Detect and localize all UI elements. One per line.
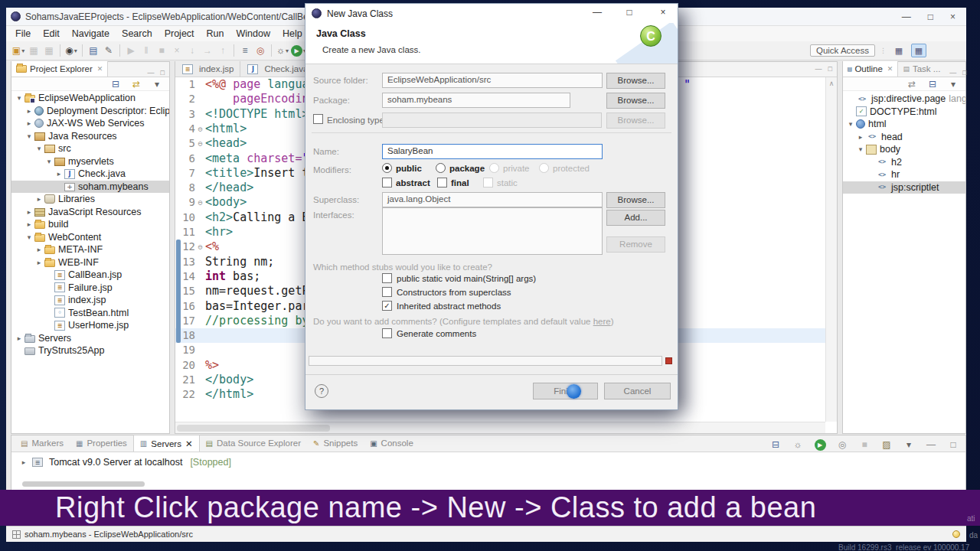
project-item-libraries[interactable]: ▸Libraries [11,193,169,206]
editor-vertical-scrollbar[interactable]: ∧ [825,77,837,422]
expander-icon[interactable]: ▸ [24,220,34,228]
project-item-meta-inf[interactable]: ▸META-INF [11,243,169,256]
package-field[interactable]: soham.mybeans [382,93,570,108]
editor-horizontal-scrollbar[interactable] [175,422,825,433]
expander-icon[interactable]: ▸ [24,119,34,127]
maximize-view-icon[interactable]: □ [161,69,165,77]
step-return-icon[interactable]: ↑ [216,44,230,57]
expander-icon[interactable]: ▾ [15,94,24,102]
outline-item-head[interactable]: ▸head [843,131,965,144]
bottom-scrollbar-thumb[interactable] [22,481,145,487]
new-wizard-icon[interactable]: ▣▾ [11,44,25,57]
enclosing-type-checkbox[interactable] [313,114,323,124]
modifier-abstract[interactable]: abstract [382,178,430,187]
superclass-browse-button[interactable]: Browse... [606,192,665,208]
pe-link-with-editor-icon[interactable]: ⇄ [129,77,143,91]
bp-start-server-icon[interactable]: ▶ [813,438,827,452]
help-button[interactable]: ? [315,384,328,398]
bp-debug-server-icon[interactable]: ☼ [791,438,805,452]
outline-item-doctype-html[interactable]: DOCTYPE:html [843,106,965,119]
dialog-maximize-button[interactable]: □ [622,7,636,18]
checkbox[interactable] [382,287,392,297]
expander-icon[interactable]: ▸ [34,195,44,203]
bp-maximize-panel-icon[interactable]: □ [946,438,960,452]
resume-icon[interactable]: ▶ [124,44,138,57]
bp-profile-server-icon[interactable]: ◎ [835,438,849,452]
minimize-view-icon[interactable]: — [949,69,956,77]
project-item-javascript-resources[interactable]: ▸JavaScript Resources [11,206,169,219]
lightbulb-icon[interactable] [952,530,960,538]
checkbox[interactable] [382,273,392,283]
dialog-minimize-button[interactable]: — [590,7,604,18]
bottom-tab-snippets[interactable]: ✎Snippets [307,435,364,452]
close-tab-icon[interactable]: ✕ [887,65,893,73]
project-item-java-resources[interactable]: ▾Java Resources [11,130,169,143]
expander-icon[interactable]: ▸ [24,107,34,115]
project-item-jax-ws-web-services[interactable]: ▸JAX-WS Web Services [11,117,169,130]
tab-outline[interactable]: ▤ Outline ✕ [843,61,898,77]
project-item-src[interactable]: ▾src [11,142,169,155]
project-item-trystruts25app[interactable]: TryStruts25App [11,344,169,357]
project-item-eclipsewebapplication[interactable]: ▾EclipseWebApplication [11,92,169,105]
class-name-input[interactable]: SalaryBean [382,144,603,159]
project-item-build[interactable]: ▸build [11,218,169,231]
bottom-tab-data-source-explorer[interactable]: ▤Data Source Explorer [200,435,307,452]
dropdown-arrow-icon[interactable]: ▾ [286,47,289,54]
expander-icon[interactable]: ▾ [846,120,855,128]
project-item-check-java[interactable]: ▸Check.java [11,168,169,181]
close-button[interactable]: × [950,11,956,22]
dropdown-arrow-icon[interactable]: ▾ [21,47,24,54]
fold-collapse-icon[interactable]: ⊖ [195,240,205,254]
run-history-icon[interactable]: ≡ [238,44,252,57]
menu-search[interactable]: Search [116,26,158,41]
terminate-icon[interactable]: ■ [155,44,168,57]
open-perspective-icon[interactable]: ▦ [891,44,906,57]
package-browse-button[interactable]: Browse... [606,93,665,109]
outline-item-h2[interactable]: h2 [843,156,965,169]
project-item-servers[interactable]: ▸Servers [11,332,169,345]
radio-public[interactable] [382,163,392,173]
expander-icon[interactable]: ▸ [34,259,44,266]
save-icon[interactable]: ▦ [27,44,41,57]
project-item-webcontent[interactable]: ▾WebContent [11,231,169,244]
expander-icon[interactable]: ▸ [856,133,865,141]
close-tab-icon[interactable]: ✕ [185,439,193,449]
expander-icon[interactable]: ▸ [24,208,34,216]
scrollbar-thumb[interactable] [177,425,330,432]
fold-collapse-icon[interactable]: ⊖ [195,122,205,136]
source-folder-browse-button[interactable]: Browse... [606,73,665,89]
cancel-button[interactable]: Cancel [604,383,671,399]
expander-icon[interactable]: ▾ [856,145,865,153]
project-item-callbean-jsp[interactable]: CallBean.jsp [11,269,169,282]
configure-templates-link[interactable]: here [593,317,611,326]
project-item-index-jsp[interactable]: index.jsp [11,294,169,307]
expander-icon[interactable]: ▾ [44,158,54,165]
bp-minimize-panel-icon[interactable]: — [924,438,938,452]
stub-option-constructors-from-superclass[interactable]: Constructors from superclass [382,287,511,297]
project-item-failure-jsp[interactable]: Failure.jsp [11,282,169,295]
expander-icon[interactable]: ▸ [54,170,64,178]
checkbox-checked[interactable]: ✓ [382,301,392,311]
menu-edit[interactable]: Edit [37,26,66,41]
interfaces-add-button[interactable]: Add... [606,210,665,226]
run-icon[interactable]: ▶▾ [291,44,306,57]
expander-icon[interactable]: ▸ [34,246,44,253]
fold-collapse-icon[interactable]: ⊖ [195,136,205,151]
bp-collapse-all-icon[interactable]: ⊟ [769,438,782,452]
abstract-checkbox[interactable] [382,178,392,187]
minimize-view-icon[interactable]: — [148,69,155,77]
ol-link-with-editor-icon[interactable]: ⇄ [905,77,919,91]
outline-item-body[interactable]: ▾body [843,143,965,156]
generate-comments-option[interactable]: Generate comments [382,328,476,338]
modifier-package[interactable]: package [436,163,485,173]
disconnect-icon[interactable]: × [170,44,184,57]
tab-task-list[interactable]: ▤ Task ... [898,61,945,77]
open-console-icon[interactable]: ▤ [87,44,100,57]
maximize-button[interactable]: □ [928,11,933,22]
minimize-button[interactable]: — [902,11,911,22]
account-icon[interactable]: ◉▾ [64,44,78,57]
close-tab-icon[interactable]: ✕ [97,65,103,73]
search-icon[interactable]: ◎ [253,44,267,57]
project-item-userhome-jsp[interactable]: UserHome.jsp [11,319,169,332]
expander-icon[interactable]: ▾ [34,145,44,152]
